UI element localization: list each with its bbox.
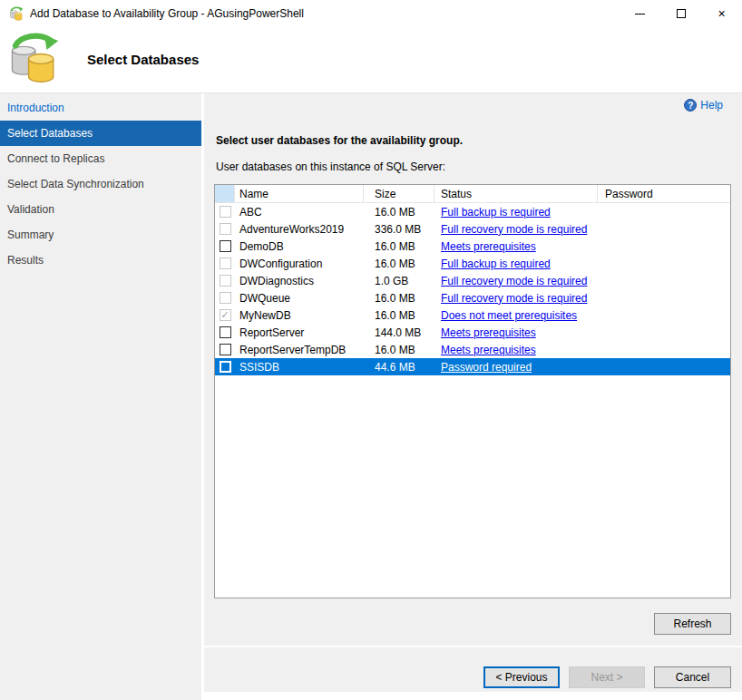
db-status-cell: Full backup is required <box>434 255 598 272</box>
db-size: 44.6 MB <box>364 358 434 375</box>
table-row[interactable]: SSISDB44.6 MBPassword required <box>215 358 730 375</box>
row-checkbox <box>220 206 231 218</box>
table-row[interactable]: DWDiagnostics1.0 GBFull recovery mode is… <box>215 272 730 289</box>
help-link[interactable]: Help <box>684 99 723 112</box>
password-column-header[interactable]: Password <box>598 185 730 202</box>
table-row[interactable]: DWQueue16.0 MBFull recovery mode is requ… <box>215 289 730 306</box>
close-button[interactable]: × <box>701 0 742 27</box>
maximize-icon <box>677 9 686 18</box>
sidebar-item-validation[interactable]: Validation <box>0 197 201 222</box>
db-password <box>598 220 730 238</box>
db-name: SSISDB <box>235 358 364 375</box>
row-checkbox[interactable] <box>220 240 231 252</box>
db-password <box>598 272 730 289</box>
table-header: Name Size Status Password <box>215 185 730 203</box>
db-size: 336.0 MB <box>364 220 434 238</box>
row-checkbox[interactable] <box>220 361 231 373</box>
table-row[interactable]: AdventureWorks2019336.0 MBFull recovery … <box>215 220 730 238</box>
status-link[interactable]: Full backup is required <box>441 206 551 219</box>
db-name: DWConfiguration <box>235 255 364 272</box>
status-link[interactable]: Password required <box>441 361 532 374</box>
db-size: 1.0 GB <box>364 272 434 289</box>
footer-divider <box>204 646 742 647</box>
next-button[interactable]: Next > <box>569 666 645 688</box>
db-status-cell: Does not meet prerequisites <box>434 306 598 324</box>
size-column-header[interactable]: Size <box>364 185 434 202</box>
db-password <box>598 203 730 220</box>
wizard-nav: IntroductionSelect DatabasesConnect to R… <box>0 93 201 700</box>
sidebar-item-select-data-synchronization[interactable]: Select Data Synchronization <box>0 171 201 197</box>
sidebar-item-introduction[interactable]: Introduction <box>0 95 201 121</box>
page-title: Select Databases <box>87 52 199 67</box>
table-row[interactable]: DWConfiguration16.0 MBFull backup is req… <box>215 255 730 272</box>
minimize-button[interactable] <box>620 0 660 27</box>
row-checkbox: ✓ <box>220 309 231 321</box>
wizard-header: Select Databases <box>0 27 742 93</box>
status-link[interactable]: Meets prerequisites <box>441 344 536 356</box>
checkbox-cell <box>215 289 235 306</box>
maximize-button[interactable] <box>660 0 701 27</box>
checkbox-cell <box>215 324 235 341</box>
db-size: 144.0 MB <box>364 324 434 341</box>
row-checkbox[interactable] <box>220 326 231 338</box>
status-link[interactable]: Full recovery mode is required <box>441 223 587 236</box>
table-row[interactable]: DemoDB16.0 MBMeets prerequisites <box>215 238 730 255</box>
checkbox-cell <box>215 203 235 220</box>
db-status-cell: Full recovery mode is required <box>434 272 598 289</box>
db-password <box>598 306 730 324</box>
status-link[interactable]: Meets prerequisites <box>441 240 536 253</box>
checkbox-cell <box>215 272 235 289</box>
db-status-cell: Full recovery mode is required <box>434 220 598 238</box>
row-checkbox <box>220 223 231 235</box>
db-password <box>598 255 730 272</box>
db-size: 16.0 MB <box>364 203 434 220</box>
table-row[interactable]: ReportServerTempDB16.0 MBMeets prerequis… <box>215 341 730 358</box>
checkbox-cell <box>215 220 235 238</box>
sidebar-item-connect-to-replicas[interactable]: Connect to Replicas <box>0 146 201 171</box>
name-column-header[interactable]: Name <box>235 185 364 202</box>
table-row[interactable]: ABC16.0 MBFull backup is required <box>215 203 730 220</box>
sidebar-item-select-databases[interactable]: Select Databases <box>0 121 201 146</box>
status-link[interactable]: Full backup is required <box>441 258 551 270</box>
sidebar-item-results[interactable]: Results <box>0 248 201 273</box>
checkbox-cell <box>215 238 235 255</box>
help-question-icon <box>684 99 697 112</box>
table-row[interactable]: ReportServer144.0 MBMeets prerequisites <box>215 324 730 341</box>
checkbox-cell: ✓ <box>215 306 235 324</box>
row-checkbox[interactable] <box>220 344 231 355</box>
refresh-button[interactable]: Refresh <box>654 613 731 635</box>
db-password <box>598 324 730 341</box>
status-column-header[interactable]: Status <box>434 185 598 202</box>
db-status-cell: Meets prerequisites <box>434 324 598 341</box>
close-icon: × <box>718 7 725 20</box>
db-size: 16.0 MB <box>364 341 434 358</box>
checkbox-cell <box>215 255 235 272</box>
db-size: 16.0 MB <box>364 255 434 272</box>
db-status-cell: Password required <box>434 358 598 375</box>
status-link[interactable]: Does not meet prerequisites <box>441 309 577 322</box>
db-name: ReportServerTempDB <box>235 341 364 358</box>
window-title: Add Database to Availability Group - AGu… <box>30 7 304 20</box>
db-password <box>598 341 730 358</box>
sidebar-item-summary[interactable]: Summary <box>0 222 201 248</box>
db-name: ABC <box>235 203 364 220</box>
database-sync-icon <box>7 31 60 85</box>
table-row[interactable]: ✓MyNewDB16.0 MBDoes not meet prerequisit… <box>215 306 730 324</box>
status-link[interactable]: Meets prerequisites <box>441 326 536 339</box>
status-link[interactable]: Full recovery mode is required <box>441 275 587 287</box>
db-size: 16.0 MB <box>364 289 434 306</box>
minimize-icon <box>635 14 645 15</box>
db-name: DWQueue <box>235 289 364 306</box>
cancel-button[interactable]: Cancel <box>654 666 731 688</box>
db-name: AdventureWorks2019 <box>235 220 364 238</box>
checkbox-column-header[interactable] <box>215 185 235 202</box>
row-checkbox <box>220 292 231 304</box>
previous-button[interactable]: < Previous <box>483 666 560 688</box>
status-link[interactable]: Full recovery mode is required <box>441 292 587 305</box>
content-pane: Help Select user databases for the avail… <box>204 93 742 700</box>
help-label: Help <box>700 99 723 112</box>
row-checkbox <box>220 275 231 287</box>
checkbox-cell <box>215 358 235 375</box>
db-status-cell: Meets prerequisites <box>434 341 598 358</box>
db-name: DWDiagnostics <box>235 272 364 289</box>
